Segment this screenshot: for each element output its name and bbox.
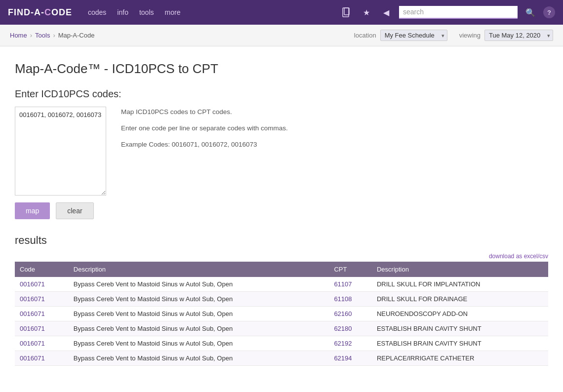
map-button[interactable]: map: [15, 202, 50, 219]
col-cpt: CPT: [329, 262, 372, 277]
help-line-3: Example Codes: 0016071, 0016072, 0016073: [121, 139, 288, 151]
location-bar: location My Fee Schedule: [354, 30, 447, 41]
search-icon[interactable]: 🔍: [523, 5, 537, 19]
row-cpt-description: ESTABLISH BRAIN CAVITY SHUNT: [372, 321, 548, 336]
row-cpt: 61107: [329, 277, 372, 292]
input-section-label: Enter ICD10PCS codes:: [15, 88, 548, 100]
row-cpt: 61108: [329, 292, 372, 307]
row-cpt-description: NEUROENDOSCOPY ADD-ON: [372, 307, 548, 321]
viewing-select-wrap: Tue May 12, 2020: [484, 30, 553, 41]
results-title: results: [15, 234, 548, 247]
row-cpt-description: ESTABLISH BRAIN CAVITY SHUNT: [372, 336, 548, 351]
row-cpt: 62192: [329, 336, 372, 351]
row-code: 0016071: [15, 321, 69, 336]
results-body: 0016071 Bypass Cereb Vent to Mastoid Sin…: [15, 277, 548, 366]
row-description: Bypass Cereb Vent to Mastoid Sinus w Aut…: [69, 321, 329, 336]
viewing-label: viewing: [459, 32, 481, 39]
viewing-bar: viewing Tue May 12, 2020: [459, 30, 553, 41]
row-cpt: 62160: [329, 307, 372, 321]
row-description: Bypass Cereb Vent to Mastoid Sinus w Aut…: [69, 292, 329, 307]
viewing-select[interactable]: Tue May 12, 2020: [484, 30, 553, 41]
nav-more[interactable]: more: [164, 6, 182, 18]
svg-rect-0: [343, 8, 349, 17]
breadcrumb-current: Map-A-Code: [58, 32, 95, 39]
breadcrumb-sep-2: ›: [53, 32, 55, 39]
col-code: Code: [15, 262, 69, 277]
table-row: 0016071 Bypass Cereb Vent to Mastoid Sin…: [15, 321, 548, 336]
help-line-1: Map ICD10PCS codes to CPT codes.: [121, 107, 288, 118]
help-line-2: Enter one code per line or separate code…: [121, 123, 288, 134]
input-left: 0016071, 0016072, 0016073: [15, 107, 106, 196]
button-row: map clear: [15, 202, 548, 219]
code-textarea[interactable]: 0016071, 0016072, 0016073: [15, 107, 106, 196]
help-icon[interactable]: ?: [543, 6, 555, 18]
row-cpt: 62180: [329, 321, 372, 336]
row-code: 0016071: [15, 292, 69, 307]
location-select-wrap: My Fee Schedule: [380, 30, 447, 41]
row-code: 0016071: [15, 277, 69, 292]
table-header: Code Description CPT Description: [15, 262, 548, 277]
breadcrumb: Home › Tools › Map-A-Code: [10, 32, 94, 39]
download-link[interactable]: download as excel/csv: [489, 253, 548, 260]
main-nav: codes info tools more: [87, 6, 181, 18]
row-code: 0016071: [15, 336, 69, 351]
row-description: Bypass Cereb Vent to Mastoid Sinus w Aut…: [69, 307, 329, 321]
download-link-wrap: download as excel/csv: [15, 253, 548, 260]
input-row: 0016071, 0016072, 0016073 Map ICD10PCS c…: [15, 107, 548, 196]
row-cpt-description: DRILL SKULL FOR DRAINAGE: [372, 292, 548, 307]
nav-tools[interactable]: tools: [138, 6, 155, 18]
row-cpt-description: REPLACE/IRRIGATE CATHETER: [372, 351, 548, 366]
nav-info[interactable]: info: [116, 6, 129, 18]
row-cpt-description: DRILL SKULL FOR IMPLANTATION: [372, 277, 548, 292]
nav-codes[interactable]: codes: [87, 6, 107, 18]
row-description: Bypass Cereb Vent to Mastoid Sinus w Aut…: [69, 351, 329, 366]
row-description: Bypass Cereb Vent to Mastoid Sinus w Aut…: [69, 336, 329, 351]
header-icons: ★ ◀ 🔍 ?: [340, 5, 555, 19]
breadcrumb-home[interactable]: Home: [10, 32, 27, 39]
breadcrumb-sep-1: ›: [30, 32, 32, 39]
breadcrumb-bar: Home › Tools › Map-A-Code location My Fe…: [0, 25, 563, 46]
main-content: Map-A-Code™ - ICD10PCS to CPT Enter ICD1…: [0, 46, 563, 376]
results-section: results download as excel/csv Code Descr…: [15, 234, 548, 366]
table-header-row: Code Description CPT Description: [15, 262, 548, 277]
row-cpt: 62194: [329, 351, 372, 366]
table-row: 0016071 Bypass Cereb Vent to Mastoid Sin…: [15, 307, 548, 321]
clear-button[interactable]: clear: [56, 202, 93, 219]
row-code: 0016071: [15, 307, 69, 321]
col-description: Description: [69, 262, 329, 277]
location-label: location: [354, 32, 376, 39]
row-code: 0016071: [15, 351, 69, 366]
page-title: Map-A-Code™ - ICD10PCS to CPT: [15, 61, 548, 77]
breadcrumb-tools[interactable]: Tools: [35, 32, 50, 39]
results-table: Code Description CPT Description 0016071…: [15, 262, 548, 366]
table-row: 0016071 Bypass Cereb Vent to Mastoid Sin…: [15, 351, 548, 366]
table-row: 0016071 Bypass Cereb Vent to Mastoid Sin…: [15, 292, 548, 307]
logo: FIND-A-CODE: [8, 7, 72, 18]
search-input[interactable]: [399, 6, 518, 19]
table-row: 0016071 Bypass Cereb Vent to Mastoid Sin…: [15, 277, 548, 292]
bookmark-icon[interactable]: ★: [360, 5, 373, 19]
row-description: Bypass Cereb Vent to Mastoid Sinus w Aut…: [69, 277, 329, 292]
help-text: Map ICD10PCS codes to CPT codes. Enter o…: [121, 107, 288, 151]
table-row: 0016071 Bypass Cereb Vent to Mastoid Sin…: [15, 336, 548, 351]
location-select[interactable]: My Fee Schedule: [380, 30, 447, 41]
document-icon[interactable]: [340, 5, 354, 19]
arrow-left-icon[interactable]: ◀: [379, 5, 393, 19]
col-cpt-description: Description: [372, 262, 548, 277]
header: FIND-A-CODE codes info tools more ★ ◀ 🔍 …: [0, 0, 563, 25]
